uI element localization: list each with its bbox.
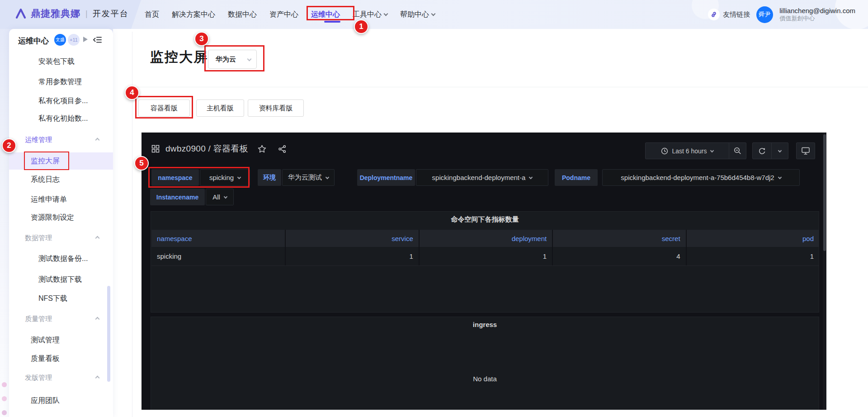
table-row: spicking 1 1 4 1 [151,247,819,266]
chevron-down-icon [778,175,781,179]
tab-host-board[interactable]: 主机看版 [196,100,244,117]
user-organization: 價值新創中心 [779,15,855,22]
sidebar-item-label: 测试数据下载 [38,275,82,284]
sidebar-scrollbar[interactable] [107,286,110,382]
annotation-step-2: 2 [2,138,16,153]
sidebar-header: 运维中心 文盛 +11 [9,29,113,52]
user-email: lilliancheng@digiwin.com [779,7,855,15]
filter-value-podname[interactable]: spickingbackend-deployment-a-75b6d454b8-… [602,169,800,186]
sidebar-item-label: 资源限制设定 [31,213,74,223]
zoom-out-icon [734,147,741,155]
tab-container-board[interactable]: 容器看版 [138,100,190,117]
favorite-star-icon[interactable] [258,145,266,153]
refresh-interval-dropdown[interactable] [771,143,788,159]
filter-value-env[interactable]: 华为云测试 [282,169,335,186]
sidebar-item-label: 测试数据备份... [38,254,88,264]
sidebar-item-label: 质量看板 [31,354,60,364]
nav-item-ops-center[interactable]: 运维中心 [311,0,340,29]
page-title: 监控大屏 [150,48,208,66]
cell-namespace: spicking [151,247,285,265]
active-nav-indicator [324,21,340,23]
sidebar-item-label: 测试管理 [31,336,60,345]
sidebar-item-monitor-dashboard[interactable]: 监控大屏 [9,152,113,170]
cloud-env-select[interactable]: 华为云 [208,50,257,69]
filter-value-instancename[interactable]: All [206,189,234,205]
nav-item-asset-center[interactable]: 资产中心 [269,0,298,29]
brand-mark-icon [15,9,27,19]
collapse-sidebar-icon[interactable] [93,36,102,45]
chevron-up-icon [95,236,100,241]
cell-pod: 1 [686,247,819,265]
more-members-badge[interactable]: +11 [68,34,80,46]
logo-divider: | [85,9,88,19]
filter-label-deploymentname: Deploymentname [357,169,415,186]
grafana-scrollbar[interactable] [823,133,826,410]
tab-database-board[interactable]: 资料库看版 [248,100,304,117]
member-avatar-badge[interactable]: 文盛 [54,34,66,46]
share-icon[interactable] [278,145,286,153]
refresh-button[interactable] [753,143,771,159]
grafana-scrollbar-thumb[interactable] [823,134,826,251]
user-avatar[interactable]: 舜尹 [756,6,773,23]
column-header-deployment[interactable]: deployment [419,230,552,247]
kiosk-mode-button[interactable] [797,143,815,159]
time-range-label: Last 6 hours [672,147,707,155]
ingress-panel: ingress No data [151,317,819,410]
nav-item-help-center[interactable]: 帮助中心 [400,0,435,29]
friend-links[interactable]: 友情链接 [708,9,750,20]
column-header-pod[interactable]: pod [686,230,819,247]
chevron-up-icon [95,317,100,322]
filter-value-namespace[interactable]: spicking [200,169,250,186]
play-icon[interactable] [83,37,88,42]
chevron-down-icon [710,148,713,152]
time-range-picker[interactable]: Last 6 hours [646,143,729,159]
column-header-secret[interactable]: secret [552,230,685,247]
chevron-down-icon [224,194,227,198]
sidebar-item-label: NFS下载 [38,294,67,303]
sidebar-item-label: 系统日志 [31,175,60,185]
sidebar-item-label: 监控大屏 [31,156,60,166]
sidebar-section-label: 数据管理 [25,234,52,242]
cell-secret: 4 [552,247,685,265]
dashboard-breadcrumb[interactable]: dwbz0900 / 容器看板 [165,143,248,155]
clock-icon [661,147,668,155]
table-header-row: namespace service deployment secret pod [151,230,819,247]
filter-value-text: spicking [209,174,234,181]
top-navigation: 首页 解决方案中心 数据中心 资产中心 运维中心 工具中心 帮助中心 [145,0,435,29]
no-data-message: No data [151,375,819,383]
sidebar-section-label: 发版管理 [25,374,52,382]
chevron-down-icon [237,175,241,179]
filter-value-deploymentname[interactable]: spickingbackend-deployment-a [416,169,548,186]
chevron-up-icon [95,376,100,380]
user-info[interactable]: lilliancheng@digiwin.com 價值新創中心 [779,7,855,23]
annotation-step-3: 3 [194,32,209,46]
product-name: 开发平台 [93,8,129,19]
nav-item-home[interactable]: 首页 [145,0,159,29]
filter-label-namespace: namespace [151,169,199,186]
cell-service: 1 [285,247,418,265]
sidebar-section-label: 质量管理 [25,315,52,323]
filter-label-env: 环境 [258,169,281,186]
sidebar-item-label: 应用团队 [31,396,60,406]
time-range-group: Last 6 hours [645,142,746,159]
metrics-table-panel: 命令空间下各指标数量 namespace service deployment … [151,211,819,313]
column-header-service[interactable]: service [285,230,418,247]
column-header-namespace[interactable]: namespace [151,230,285,247]
nav-item-data-center[interactable]: 数据中心 [228,0,257,29]
refresh-icon [759,147,766,155]
monitor-icon [802,147,810,155]
cloud-env-select-value: 华为云 [216,55,236,64]
nav-item-solutions[interactable]: 解决方案中心 [172,0,215,29]
zoom-out-time-button[interactable] [729,143,746,159]
metrics-panel-title[interactable]: 命令空间下各指标数量 [151,215,819,224]
dashboard-grid-icon[interactable] [151,145,160,153]
dashboard-header: dwbz0900 / 容器看板 [151,143,286,155]
sidebar-item-label: 常用参数管理 [38,77,82,87]
sidebar-item-label: 私有化初始数... [38,114,88,123]
app-logo[interactable]: 鼎捷雅典娜 | 开发平台 [15,7,129,20]
decor-dot [2,382,7,387]
annotation-step-4: 4 [125,85,139,100]
sidebar-title: 运维中心 [18,36,49,46]
ingress-panel-title[interactable]: ingress [151,321,819,328]
decor-dot [2,410,7,415]
